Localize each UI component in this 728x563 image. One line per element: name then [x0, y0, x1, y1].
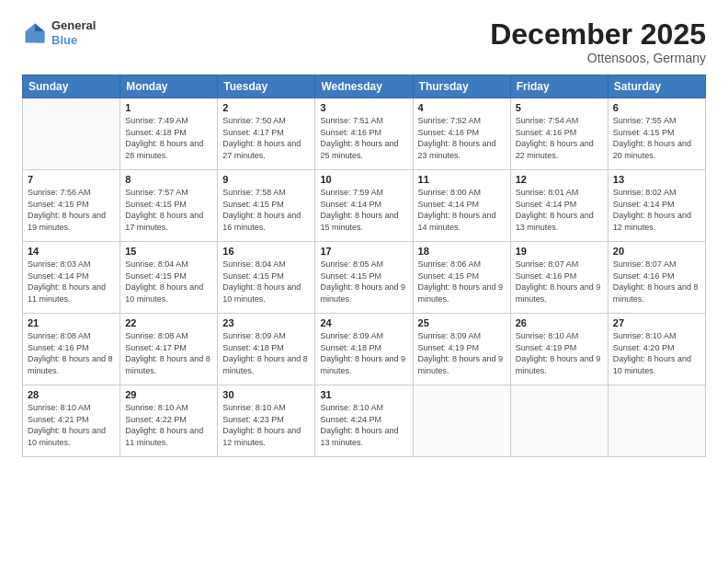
day-info: Sunrise: 8:08 AMSunset: 4:16 PMDaylight:… [28, 330, 115, 376]
day-info: Sunrise: 7:49 AMSunset: 4:18 PMDaylight:… [125, 115, 212, 161]
day-number: 7 [28, 174, 115, 185]
day-number: 17 [320, 246, 407, 257]
day-info: Sunrise: 8:10 AMSunset: 4:23 PMDaylight:… [222, 402, 310, 448]
weekday-header-wednesday: Wednesday [315, 75, 413, 98]
day-info: Sunrise: 8:07 AMSunset: 4:16 PMDaylight:… [613, 259, 700, 304]
calendar-cell: 4 Sunrise: 7:52 AMSunset: 4:16 PMDayligh… [413, 98, 510, 170]
weekday-header-row: SundayMondayTuesdayWednesdayThursdayFrid… [23, 75, 706, 98]
day-number: 25 [418, 317, 506, 328]
day-info: Sunrise: 8:10 AMSunset: 4:19 PMDaylight:… [516, 330, 603, 376]
calendar-cell: 26 Sunrise: 8:10 AMSunset: 4:19 PMDaylig… [510, 314, 608, 385]
calendar-cell: 20 Sunrise: 8:07 AMSunset: 4:16 PMDaylig… [608, 242, 705, 314]
day-number: 16 [222, 246, 310, 257]
day-info: Sunrise: 8:10 AMSunset: 4:21 PMDaylight:… [28, 402, 115, 448]
svg-marker-2 [35, 31, 45, 42]
weekday-header-tuesday: Tuesday [218, 75, 315, 98]
day-number: 19 [516, 246, 603, 257]
day-number: 5 [516, 102, 603, 113]
day-info: Sunrise: 7:52 AMSunset: 4:16 PMDaylight:… [418, 115, 506, 161]
day-number: 4 [418, 102, 506, 113]
weekday-header-thursday: Thursday [413, 75, 510, 98]
day-number: 11 [418, 174, 506, 185]
logo: General Blue [22, 18, 96, 47]
day-info: Sunrise: 7:56 AMSunset: 4:15 PMDaylight:… [28, 187, 115, 233]
day-info: Sunrise: 7:59 AMSunset: 4:14 PMDaylight:… [320, 187, 407, 233]
weekday-header-monday: Monday [120, 75, 218, 98]
calendar-cell: 31 Sunrise: 8:10 AMSunset: 4:24 PMDaylig… [315, 385, 413, 457]
day-info: Sunrise: 7:57 AMSunset: 4:15 PMDaylight:… [125, 187, 212, 233]
calendar-cell: 9 Sunrise: 7:58 AMSunset: 4:15 PMDayligh… [218, 170, 315, 242]
calendar-cell [510, 385, 608, 457]
day-info: Sunrise: 8:04 AMSunset: 4:15 PMDaylight:… [125, 259, 212, 304]
calendar-cell: 25 Sunrise: 8:09 AMSunset: 4:19 PMDaylig… [413, 314, 510, 385]
day-number: 15 [125, 246, 212, 257]
logo-line2: Blue [51, 33, 96, 48]
calendar-cell: 30 Sunrise: 8:10 AMSunset: 4:23 PMDaylig… [218, 385, 315, 457]
calendar-cell: 18 Sunrise: 8:06 AMSunset: 4:15 PMDaylig… [413, 242, 510, 314]
weekday-header-saturday: Saturday [608, 75, 705, 98]
calendar-cell [413, 385, 510, 457]
week-row-1: 1 Sunrise: 7:49 AMSunset: 4:18 PMDayligh… [23, 98, 706, 170]
day-number: 22 [125, 317, 212, 328]
day-info: Sunrise: 8:09 AMSunset: 4:18 PMDaylight:… [320, 330, 407, 376]
day-number: 30 [222, 389, 310, 400]
day-number: 24 [320, 317, 407, 328]
day-number: 23 [222, 317, 310, 328]
day-info: Sunrise: 7:55 AMSunset: 4:15 PMDaylight:… [613, 115, 700, 161]
day-info: Sunrise: 8:07 AMSunset: 4:16 PMDaylight:… [516, 259, 603, 304]
day-info: Sunrise: 8:09 AMSunset: 4:18 PMDaylight:… [222, 330, 310, 376]
day-info: Sunrise: 8:01 AMSunset: 4:14 PMDaylight:… [516, 187, 603, 233]
day-number: 29 [125, 389, 212, 400]
calendar-cell: 12 Sunrise: 8:01 AMSunset: 4:14 PMDaylig… [510, 170, 608, 242]
calendar-cell: 29 Sunrise: 8:10 AMSunset: 4:22 PMDaylig… [120, 385, 218, 457]
day-number: 3 [320, 102, 407, 113]
week-row-2: 7 Sunrise: 7:56 AMSunset: 4:15 PMDayligh… [23, 170, 706, 242]
logo-line1: General [51, 18, 96, 33]
page: General Blue December 2025 Ottensoos, Ge… [0, 0, 728, 563]
calendar-cell: 15 Sunrise: 8:04 AMSunset: 4:15 PMDaylig… [120, 242, 218, 314]
day-info: Sunrise: 8:09 AMSunset: 4:19 PMDaylight:… [418, 330, 506, 376]
month-title: December 2025 [490, 18, 706, 51]
calendar-cell: 21 Sunrise: 8:08 AMSunset: 4:16 PMDaylig… [23, 314, 120, 385]
day-info: Sunrise: 7:54 AMSunset: 4:16 PMDaylight:… [516, 115, 603, 161]
calendar-cell: 5 Sunrise: 7:54 AMSunset: 4:16 PMDayligh… [510, 98, 608, 170]
calendar-cell: 8 Sunrise: 7:57 AMSunset: 4:15 PMDayligh… [120, 170, 218, 242]
calendar-cell: 24 Sunrise: 8:09 AMSunset: 4:18 PMDaylig… [315, 314, 413, 385]
day-info: Sunrise: 8:04 AMSunset: 4:15 PMDaylight:… [222, 259, 310, 304]
day-number: 12 [516, 174, 603, 185]
day-info: Sunrise: 7:50 AMSunset: 4:17 PMDaylight:… [222, 115, 310, 161]
day-info: Sunrise: 8:05 AMSunset: 4:15 PMDaylight:… [320, 259, 407, 304]
day-number: 18 [418, 246, 506, 257]
day-number: 27 [613, 317, 700, 328]
day-info: Sunrise: 8:00 AMSunset: 4:14 PMDaylight:… [418, 187, 506, 233]
day-number: 26 [516, 317, 603, 328]
title-block: December 2025 Ottensoos, Germany [490, 18, 706, 65]
day-number: 31 [320, 389, 407, 400]
calendar-cell: 13 Sunrise: 8:02 AMSunset: 4:14 PMDaylig… [608, 170, 705, 242]
day-info: Sunrise: 8:02 AMSunset: 4:14 PMDaylight:… [613, 187, 700, 233]
day-number: 10 [320, 174, 407, 185]
calendar-cell: 11 Sunrise: 8:00 AMSunset: 4:14 PMDaylig… [413, 170, 510, 242]
day-info: Sunrise: 8:10 AMSunset: 4:24 PMDaylight:… [320, 402, 407, 448]
calendar-cell [608, 385, 705, 457]
day-info: Sunrise: 8:10 AMSunset: 4:20 PMDaylight:… [613, 330, 700, 376]
calendar-cell: 28 Sunrise: 8:10 AMSunset: 4:21 PMDaylig… [23, 385, 120, 457]
week-row-5: 28 Sunrise: 8:10 AMSunset: 4:21 PMDaylig… [23, 385, 706, 457]
weekday-header-sunday: Sunday [23, 75, 120, 98]
calendar-cell: 14 Sunrise: 8:03 AMSunset: 4:14 PMDaylig… [23, 242, 120, 314]
calendar-table: SundayMondayTuesdayWednesdayThursdayFrid… [22, 75, 706, 457]
weekday-header-friday: Friday [510, 75, 608, 98]
day-number: 2 [222, 102, 310, 113]
day-number: 20 [613, 246, 700, 257]
day-number: 14 [28, 246, 115, 257]
day-info: Sunrise: 8:10 AMSunset: 4:22 PMDaylight:… [125, 402, 212, 448]
week-row-3: 14 Sunrise: 8:03 AMSunset: 4:14 PMDaylig… [23, 242, 706, 314]
calendar-cell: 27 Sunrise: 8:10 AMSunset: 4:20 PMDaylig… [608, 314, 705, 385]
calendar-cell: 16 Sunrise: 8:04 AMSunset: 4:15 PMDaylig… [218, 242, 315, 314]
day-number: 6 [613, 102, 700, 113]
day-info: Sunrise: 7:51 AMSunset: 4:16 PMDaylight:… [320, 115, 407, 161]
header: General Blue December 2025 Ottensoos, Ge… [22, 18, 706, 65]
day-number: 1 [125, 102, 212, 113]
day-number: 9 [222, 174, 310, 185]
calendar-cell [23, 98, 120, 170]
